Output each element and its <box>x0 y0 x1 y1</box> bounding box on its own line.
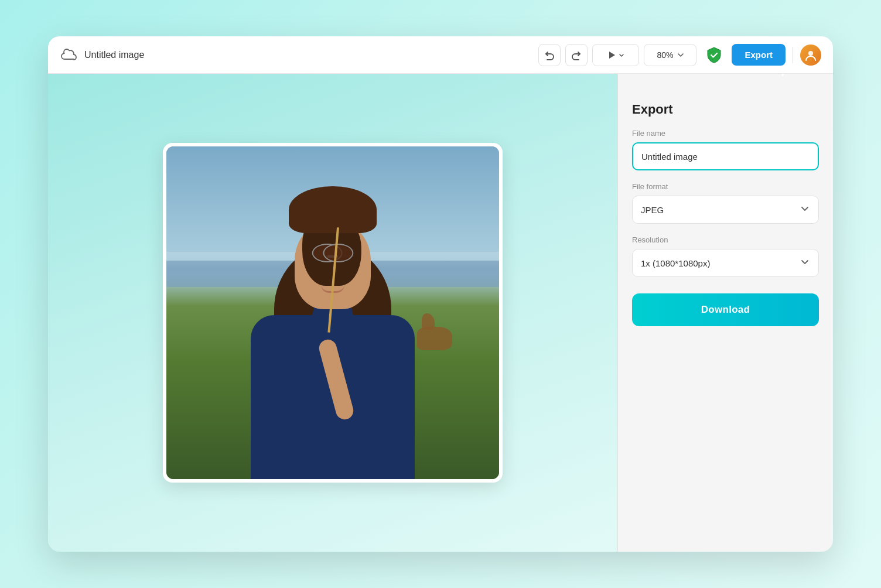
resolution-group: Resolution 1x (1080*1080px) <box>632 235 819 277</box>
svg-marker-0 <box>609 52 615 59</box>
undo-button[interactable] <box>538 44 561 66</box>
export-panel: Export File name File format JPEG Reso <box>617 74 833 552</box>
avatar[interactable] <box>800 45 821 66</box>
file-name-group: File name <box>632 129 819 170</box>
cursor-arrow <box>766 74 807 81</box>
zoom-value: 80% <box>657 50 673 60</box>
resolution-value: 1x (1080*1080px) <box>641 258 710 268</box>
file-format-value: JPEG <box>641 205 664 215</box>
svg-marker-2 <box>772 74 804 76</box>
canvas-area <box>48 74 617 552</box>
toolbar: 80% <box>538 44 696 66</box>
cloud-icon <box>60 46 78 64</box>
shield-icon <box>704 45 725 66</box>
file-name-input[interactable] <box>632 142 819 170</box>
file-name-label: File name <box>632 129 819 138</box>
hair-top <box>289 186 377 233</box>
image-card <box>163 143 503 483</box>
panel-title: Export <box>632 102 819 117</box>
chevron-down-icon-2 <box>800 257 810 270</box>
glasses-right <box>323 244 353 262</box>
resolution-select[interactable]: 1x (1080*1080px) <box>632 249 819 277</box>
header-divider <box>793 47 793 63</box>
image-placeholder <box>166 146 499 479</box>
redo-button[interactable] <box>565 44 588 66</box>
project-title: Untitled image <box>84 50 144 60</box>
header: Untitled image <box>48 36 833 74</box>
resolution-label: Resolution <box>632 235 819 244</box>
file-format-group: File format JPEG <box>632 182 819 224</box>
svg-point-1 <box>808 51 813 56</box>
header-right: Export <box>704 44 821 66</box>
zoom-selector[interactable]: 80% <box>644 44 696 66</box>
chevron-down-icon <box>800 203 810 217</box>
export-button[interactable]: Export <box>732 44 786 66</box>
cow-body <box>417 327 452 350</box>
file-format-label: File format <box>632 182 819 191</box>
app-window: Untitled image <box>48 36 833 552</box>
file-format-select[interactable]: JPEG <box>632 196 819 224</box>
header-left: Untitled image <box>60 46 531 64</box>
play-button[interactable] <box>592 44 639 66</box>
download-button[interactable]: Download <box>632 293 819 326</box>
main-content: Export File name File format JPEG Reso <box>48 74 833 552</box>
